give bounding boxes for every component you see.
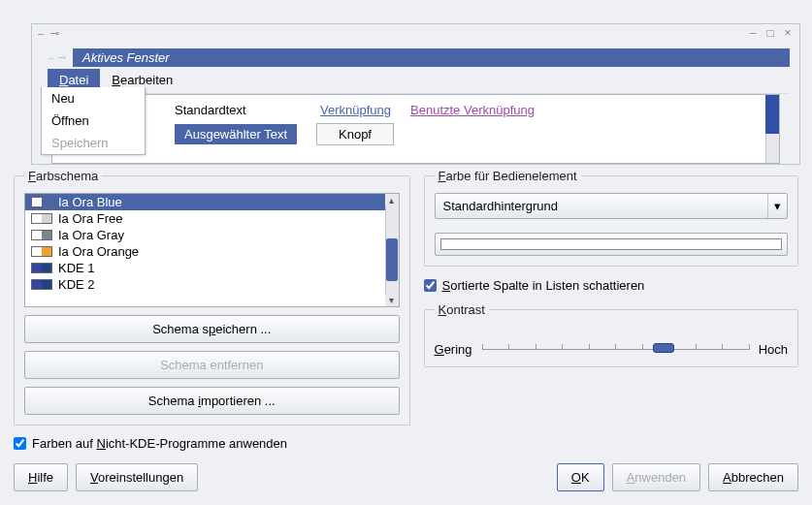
apply-button: Anwenden [612,463,700,491]
window-controls: – □ × [747,27,794,39]
scheme-item-label: Ia Ora Gray [58,228,124,242]
scheme-swatch-icon [31,246,52,257]
menu-item-save: Speichern [42,132,145,154]
shade-sorted-checkbox[interactable] [424,279,437,292]
menu-item-new[interactable]: Neu [42,87,145,110]
contrast-slider[interactable] [482,346,749,354]
chevron-down-icon[interactable]: ▾ [767,194,787,218]
scheme-item[interactable]: KDE 2 [25,276,399,293]
scheme-item[interactable]: Ia Ora Blue [25,194,399,210]
scheme-item-label: Ia Ora Blue [58,195,122,209]
preview-selected-text: Ausgewählter Text [175,124,297,144]
contrast-slider-thumb[interactable] [653,343,674,353]
preview-titlebar: – ⊸ Aktives Fenster [42,47,790,67]
scheme-swatch-icon [31,230,52,240]
preview-content: Standardtext Verknüpfung Benutzte Verknü… [51,94,780,164]
scheme-scrollbar[interactable]: ▴ ▾ [385,194,399,306]
preview-standard-text: Standardtext [175,103,301,117]
preview-scrollbar-thumb[interactable] [765,95,779,134]
color-scheme-group: Farbschema Ia Ora BlueIa Ora FreeIa Ora … [14,169,410,426]
scheme-item-label: KDE 1 [58,261,95,275]
preview-window: – ⊸ Aktives Fenster Datei Bearbeiten Sta… [42,47,790,164]
widget-color-legend: Farbe für Bedienelement [435,169,581,183]
menu-item-open[interactable]: Öffnen [42,110,145,132]
outer-window: – ⊸ – □ × – ⊸ Aktives Fenster Datei Bear… [31,23,800,165]
scheme-item[interactable]: Ia Ora Gray [25,227,399,243]
titlebar-decoration-icon: – ⊸ [38,27,61,40]
outer-titlebar: – ⊸ – □ × [32,24,799,42]
scheme-swatch-icon [31,213,52,224]
contrast-high-label: Hoch [759,342,788,357]
help-button[interactable]: Hilfe [14,463,68,491]
scheme-item-label: KDE 2 [58,277,95,292]
scheme-item-label: Ia Ora Free [58,211,122,226]
apply-non-kde-label[interactable]: Farben auf Nicht-KDE-Programme anwenden [32,436,287,451]
shade-sorted-check-row: Sortierte Spalte in Listen schattieren [424,278,799,293]
contrast-group: Kontrast Gering Hoch [424,302,799,367]
import-scheme-button[interactable]: Schema importieren ... [24,387,400,415]
contrast-legend: Kontrast [435,302,489,317]
preview-window-title: Aktives Fenster [73,48,790,67]
apply-non-kde-row: Farben auf Nicht-KDE-Programme anwenden [14,436,287,451]
defaults-button[interactable]: Voreinstellungen [76,463,198,491]
dialog-button-bar: Hilfe Voreinstellungen OK Anwenden Abbre… [14,463,798,491]
color-well-button[interactable] [435,233,789,256]
save-scheme-button[interactable]: Schema speichern ... [24,315,400,343]
scrollbar-down-icon[interactable]: ▾ [385,294,399,306]
preview-scrollbar[interactable] [765,95,779,163]
shade-sorted-label[interactable]: Sortierte Spalte in Listen schattieren [442,278,645,293]
widget-color-combo[interactable]: Standardhintergrund ▾ [435,193,789,219]
scheme-swatch-icon [31,263,52,273]
scheme-item[interactable]: KDE 1 [25,260,399,276]
remove-scheme-button: Schema entfernen [24,351,400,379]
scheme-item[interactable]: Ia Ora Orange [25,243,399,260]
preview-link: Verknüpfung [320,103,391,117]
contrast-low-label: Gering [435,342,472,357]
scheme-swatch-icon [31,197,52,207]
cancel-button[interactable]: Abbrechen [708,463,798,491]
maximize-icon[interactable]: □ [764,27,776,39]
minimize-icon[interactable]: – [747,27,759,39]
preview-button: Knopf [316,123,394,145]
apply-non-kde-checkbox[interactable] [14,437,26,450]
close-icon[interactable]: × [782,27,794,39]
widget-color-group: Farbe für Bedienelement Standardhintergr… [424,169,799,267]
scrollbar-up-icon[interactable]: ▴ [385,194,399,206]
preview-used-link: Benutzte Verknüpfung [410,103,535,117]
scheme-scrollbar-thumb[interactable] [386,238,398,281]
scheme-item[interactable]: Ia Ora Free [25,210,399,227]
scheme-swatch-icon [31,279,52,290]
color-well-swatch [440,238,783,250]
preview-menubar: Datei Bearbeiten [42,67,790,94]
scheme-list[interactable]: Ia Ora BlueIa Ora FreeIa Ora GrayIa Ora … [24,193,400,307]
ok-button[interactable]: OK [557,463,604,491]
widget-color-combo-value: Standardhintergrund [436,194,768,218]
scheme-item-label: Ia Ora Orange [58,244,139,259]
preview-titlebar-decoration-icon: – ⊸ [42,51,73,64]
file-menu-dropdown: Neu Öffnen Speichern [41,87,146,155]
color-scheme-legend: Farbschema [24,169,102,183]
